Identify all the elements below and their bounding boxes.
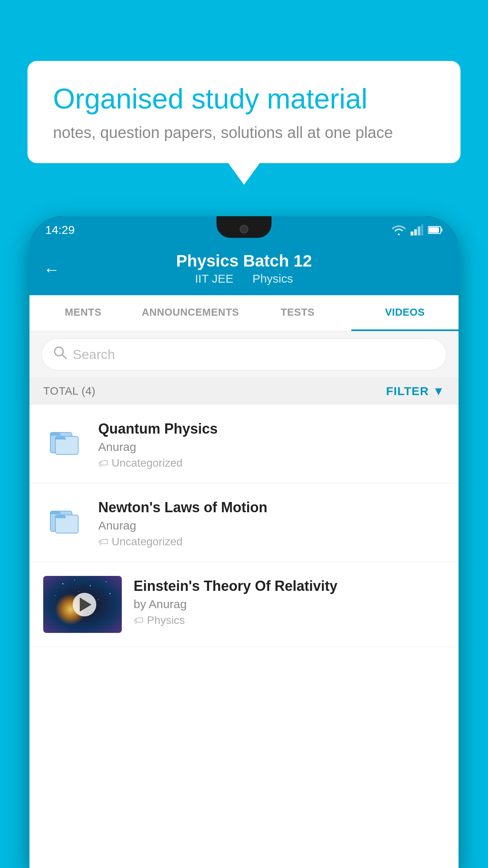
bubble-tail (228, 163, 260, 185)
svg-rect-1 (414, 229, 417, 235)
tab-bar: MENTS ANNOUNCEMENTS TESTS VIDEOS (29, 295, 459, 331)
svg-point-17 (55, 595, 55, 596)
search-placeholder: Search (73, 347, 115, 362)
svg-point-19 (98, 599, 99, 600)
list-item[interactable]: Einstein's Theory Of Relativity by Anura… (29, 562, 459, 647)
content-list: Quantum Physics Anurag 🏷 Uncategorized (29, 405, 459, 647)
filter-bar: TOTAL (4) FILTER ▼ (29, 377, 459, 405)
phone-frame: 14:29 (29, 216, 459, 868)
bubble-title: Organised study material (53, 83, 435, 115)
video-tag: 🏷 Physics (134, 614, 445, 627)
video-info: Quantum Physics Anurag 🏷 Uncategorized (98, 419, 445, 469)
video-author: Anurag (98, 440, 445, 454)
video-info: Einstein's Theory Of Relativity by Anura… (134, 576, 445, 627)
tab-announcements[interactable]: ANNOUNCEMENTS (137, 295, 244, 331)
tab-tests[interactable]: TESTS (244, 295, 351, 331)
tab-ments[interactable]: MENTS (29, 295, 137, 331)
play-icon (80, 598, 92, 612)
svg-point-15 (90, 585, 91, 587)
list-item[interactable]: Quantum Physics Anurag 🏷 Uncategorized (29, 405, 459, 484)
video-tag: 🏷 Uncategorized (98, 457, 445, 469)
search-bar-container: Search (29, 331, 459, 377)
status-bar: 14:29 (29, 216, 459, 244)
tag-label: Uncategorized (112, 535, 183, 548)
svg-rect-3 (421, 224, 423, 235)
camera (240, 225, 248, 234)
svg-rect-6 (441, 228, 442, 232)
bubble-subtitle: notes, question papers, solutions all at… (53, 124, 435, 142)
phone-screen: ← Physics Batch 12 IIT JEE Physics MENTS… (29, 244, 459, 868)
svg-point-20 (78, 591, 79, 592)
status-time: 14:29 (45, 223, 75, 237)
svg-point-18 (110, 593, 111, 594)
video-title: Einstein's Theory Of Relativity (134, 578, 445, 594)
video-tag: 🏷 Uncategorized (98, 535, 445, 548)
wifi-icon (392, 224, 406, 235)
folder-icon (43, 497, 86, 541)
filter-label: FILTER (386, 384, 429, 398)
app-header: ← Physics Batch 12 IIT JEE Physics (29, 244, 459, 295)
video-thumbnail (43, 576, 122, 633)
svg-rect-2 (418, 226, 420, 235)
tab-videos[interactable]: VIDEOS (351, 295, 459, 331)
filter-funnel-icon: ▼ (433, 384, 445, 398)
total-count: TOTAL (4) (43, 385, 95, 397)
tag-icon: 🏷 (134, 614, 144, 627)
list-item[interactable]: Newton's Laws of Motion Anurag 🏷 Uncateg… (29, 484, 459, 562)
speech-bubble-container: Organised study material notes, question… (28, 61, 460, 185)
video-author: Anurag (98, 519, 445, 532)
tag-icon: 🏷 (98, 457, 108, 469)
header-subtitle-iit: IIT JEE (195, 272, 233, 285)
search-bar[interactable]: Search (41, 338, 447, 370)
status-icons (392, 224, 443, 235)
tag-label: Uncategorized (112, 457, 183, 469)
svg-point-16 (106, 581, 106, 582)
svg-rect-0 (411, 232, 413, 235)
svg-point-14 (74, 579, 75, 580)
header-title: Physics Batch 12 (45, 252, 443, 270)
notch (216, 216, 272, 238)
play-button[interactable] (73, 593, 96, 616)
header-subtitle: IIT JEE Physics (45, 272, 443, 285)
video-info: Newton's Laws of Motion Anurag 🏷 Uncateg… (98, 497, 445, 548)
back-button[interactable]: ← (43, 260, 60, 279)
video-author: by Anurag (134, 598, 445, 611)
svg-line-8 (62, 355, 66, 359)
search-icon (53, 346, 67, 363)
folder-icon (43, 419, 86, 462)
video-title: Quantum Physics (98, 421, 445, 437)
svg-rect-5 (429, 227, 439, 233)
filter-button[interactable]: FILTER ▼ (386, 384, 445, 398)
signal-icon (411, 224, 423, 235)
speech-bubble: Organised study material notes, question… (28, 61, 460, 163)
battery-icon (428, 226, 443, 234)
header-subtitle-physics: Physics (252, 272, 293, 285)
video-title: Newton's Laws of Motion (98, 499, 445, 516)
svg-point-13 (62, 583, 64, 585)
tag-icon: 🏷 (98, 536, 108, 548)
tag-label: Physics (147, 614, 185, 627)
